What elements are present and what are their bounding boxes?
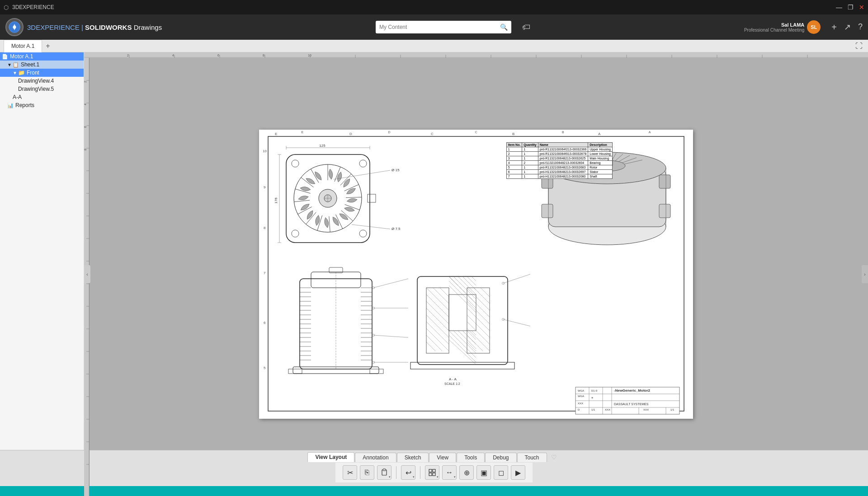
svg-point-1 — [13, 26, 16, 29]
share-icon[interactable]: ↗ — [844, 22, 851, 33]
user-area: Sal LAMA Professional Channel Meeting SL — [744, 20, 821, 34]
svg-line-184 — [472, 276, 476, 281]
svg-text:6: 6 — [217, 54, 219, 57]
tree-label-reports: Reports — [15, 102, 34, 108]
tree-item-front[interactable]: ▼ 📁 Front — [0, 69, 84, 77]
svg-text:4: 4 — [84, 103, 87, 105]
bom-cell-6-2: prd-H1132100648213-00032080 — [538, 174, 588, 179]
search-icon[interactable]: 🔍 — [500, 23, 508, 31]
bom-cell-3-3: Bearing — [588, 161, 613, 165]
right-panel-toggle[interactable]: › — [862, 265, 868, 283]
bom-cell-6-1: 1 — [522, 174, 538, 179]
svg-line-161 — [426, 342, 435, 351]
undo-button[interactable]: ↩ — [401, 465, 415, 480]
cut-button[interactable]: ✂ — [343, 465, 357, 480]
tree-label-motor-a1: Motor A.1 — [10, 53, 33, 60]
bom-header-name: Name — [538, 143, 588, 147]
svg-line-166 — [467, 301, 490, 324]
bom-cell-2-0: 3 — [506, 156, 522, 161]
more-tools-button[interactable]: ▶ — [511, 465, 525, 480]
user-avatar[interactable]: SL — [807, 20, 821, 34]
bom-header-desc: Description — [588, 143, 613, 147]
search-input[interactable] — [379, 24, 500, 30]
svg-text:D: D — [349, 132, 352, 136]
tree-item-motor-a1[interactable]: 📄 Motor A.1 — [0, 52, 84, 61]
bom-cell-1-0: 2 — [506, 152, 522, 156]
tab-view-layout[interactable]: View Layout — [307, 452, 354, 462]
tree-item-sheet1[interactable]: ▼ 📋 Sheet.1 — [0, 61, 84, 69]
tab-sketch[interactable]: Sketch — [397, 453, 429, 462]
tab-view[interactable]: View — [429, 453, 456, 462]
detail-button[interactable]: ⊕ — [459, 465, 474, 480]
svg-text:A - A: A - A — [449, 377, 457, 381]
expand-icon: ▼ — [7, 62, 12, 67]
left-panel-toggle[interactable]: ‹ — [84, 265, 90, 283]
svg-rect-139 — [288, 369, 302, 374]
bom-cell-1-1: 1 — [522, 152, 538, 156]
close-button[interactable]: ✕ — [859, 4, 864, 11]
separator-1 — [396, 466, 396, 479]
tag-icon[interactable]: 🏷 — [522, 23, 530, 32]
section-button[interactable]: ▣ — [476, 465, 491, 480]
bom-header-itemno: Item No. — [506, 143, 522, 147]
svg-line-155 — [426, 301, 449, 324]
tab-debug[interactable]: Debug — [485, 453, 516, 462]
svg-rect-214 — [542, 204, 553, 218]
help-icon[interactable]: ? — [858, 22, 863, 33]
svg-rect-249 — [433, 469, 435, 472]
tree-item-a-a[interactable]: A-A — [0, 93, 84, 101]
tree-item-drawingview5[interactable]: DrawingView.5 — [0, 85, 84, 93]
add-action-icon[interactable]: + — [831, 22, 837, 33]
svg-text:DASSAULT SYSTEMES: DASSAULT SYSTEMES — [614, 402, 649, 406]
maximize-button[interactable]: ❐ — [848, 4, 854, 11]
tab-touch[interactable]: Touch — [517, 453, 547, 462]
tab-add-button[interactable]: + — [42, 42, 53, 50]
tree-item-reports[interactable]: 📊 Reports — [0, 101, 84, 109]
svg-point-83 — [292, 160, 299, 167]
separator-2 — [420, 466, 420, 479]
app-logo[interactable] — [5, 18, 24, 36]
svg-text:E: E — [275, 132, 277, 136]
fullscreen-button[interactable]: ⛶ — [854, 41, 864, 51]
svg-text:XXX: XXX — [605, 408, 610, 411]
svg-line-198 — [503, 319, 530, 326]
svg-text:D: D — [578, 408, 580, 411]
tab-annotation[interactable]: Annotation — [355, 453, 396, 462]
copy-button[interactable]: ⎘ — [360, 465, 374, 480]
svg-rect-215 — [659, 204, 670, 218]
bom-row-2: 31prd-R1132100648213-00032625Main Housin… — [506, 156, 612, 161]
bom-row-5: 61prd-H1132100648213-00032697Stator — [506, 170, 612, 174]
svg-line-177 — [449, 285, 476, 313]
drawing-paper: E D C B A 10 9 8 7 6 5 — [259, 130, 693, 419]
svg-rect-149 — [417, 276, 508, 365]
svg-line-141 — [373, 279, 408, 288]
window-title: 3DEXPERIENCE — [12, 4, 54, 10]
bom-cell-5-3: Stator — [588, 170, 613, 174]
svg-text:5: 5 — [264, 366, 266, 370]
dimension-button[interactable]: ↔ — [442, 465, 457, 480]
top-toolbar: 3DEXPERIENCE | SOLIDWORKS Drawings 🔍 🏷 S… — [0, 14, 868, 40]
view-box-button[interactable]: ◻ — [494, 465, 508, 480]
folder-icon-front: 📁 — [18, 70, 25, 76]
tab-tools[interactable]: Tools — [457, 453, 485, 462]
svg-text:10: 10 — [263, 149, 267, 153]
svg-text:C: C — [431, 132, 434, 136]
minimize-button[interactable]: — — [836, 4, 842, 11]
bottom-strip — [0, 486, 868, 496]
svg-text:B: B — [512, 132, 514, 136]
tree-label-drawingview5: DrawingView.5 — [18, 86, 54, 92]
bom-cell-2-3: Main Housing — [588, 156, 613, 161]
svg-line-172 — [467, 342, 476, 351]
svg-rect-152 — [449, 295, 476, 331]
drawing-area[interactable]: 2 4 6 8 10 — [84, 52, 868, 496]
snap-button[interactable] — [425, 465, 439, 480]
bom-cell-2-2: prd-R1132100648213-00032625 — [538, 156, 588, 161]
tab-motor-a1[interactable]: Motor A.1 — [4, 40, 42, 52]
workspace-name: Professional Channel Meeting — [744, 28, 804, 33]
favorite-icon[interactable]: ♡ — [547, 452, 561, 462]
svg-line-157 — [426, 315, 449, 337]
tab-bar: Motor A.1 + ⛶ — [0, 40, 868, 52]
tree-item-drawingview4[interactable]: DrawingView.4 — [0, 77, 84, 85]
left-panel: 📄 Motor A.1 ▼ 📋 Sheet.1 ▼ 📁 Front Drawin… — [0, 52, 84, 496]
paste-button[interactable] — [377, 465, 392, 480]
